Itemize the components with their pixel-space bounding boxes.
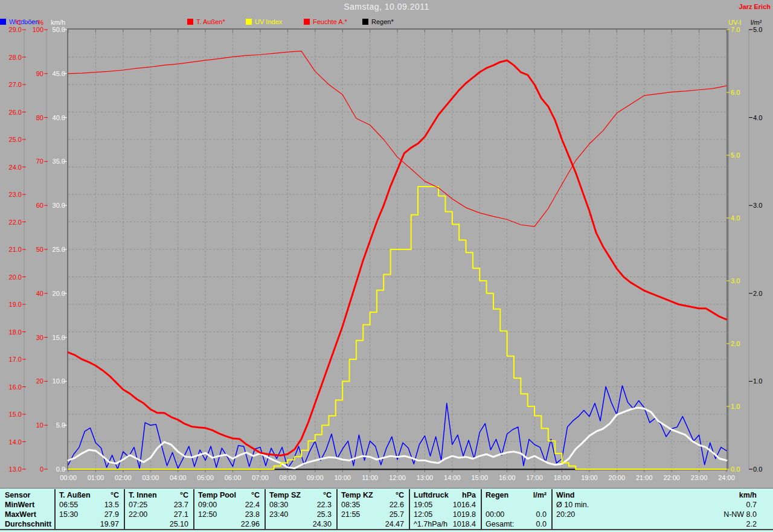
table-cell-value: 13.5 xyxy=(104,500,119,510)
table-cell-time: ^1.7hPa/h xyxy=(414,519,447,529)
y-tick-label: 17.0 xyxy=(9,356,22,363)
table-cell-value: 22.4 xyxy=(245,500,260,510)
table-cell-value: °C xyxy=(180,490,188,500)
axis-header-celsius: °C xyxy=(14,19,22,26)
y-tick-label: 5.0 xyxy=(731,152,740,159)
table-cell-value: 22.6 xyxy=(390,500,404,510)
table-cell-value: 25.3 xyxy=(317,510,332,519)
table-cell-value: 25.7 xyxy=(390,510,404,519)
table-row-label: Sensor xyxy=(5,490,52,500)
table-row-label-text: Sensor xyxy=(5,490,30,500)
table-cell-value: 1016.4 xyxy=(453,500,476,510)
table-cell-time: 20:20 xyxy=(556,510,575,519)
y-tick-label: 13.0 xyxy=(9,466,22,473)
x-tick-label: 12:00 xyxy=(389,474,406,481)
table-cell-value: 0.0 xyxy=(536,519,547,529)
y-tick-label: 0 xyxy=(40,466,43,473)
table-cell-value: hPa xyxy=(462,490,476,500)
table-cell-time: 06:55 xyxy=(59,500,78,510)
x-tick-label: 05:00 xyxy=(197,474,214,481)
table-cell: 12:5023.8 xyxy=(198,510,260,519)
y-tick-label: 3.0 xyxy=(731,277,740,284)
y-tick-label: 25.0 xyxy=(9,136,22,143)
table-cell: Temp Pool°C xyxy=(198,490,260,500)
table-row-label-text: MaxWert xyxy=(5,510,36,519)
y-tick-label: 20 xyxy=(36,377,43,385)
table-cell-value: 2.2 xyxy=(746,519,757,529)
y-tick-label: 60 xyxy=(36,202,43,209)
table-cell: T. Außen°C xyxy=(59,490,119,500)
table-cell-time: Temp Pool xyxy=(198,490,236,500)
y-tick-label: 20.0 xyxy=(9,274,22,281)
x-tick-label: 09:00 xyxy=(307,474,324,481)
y-tick-label: 4.0 xyxy=(753,114,762,121)
table-cell: 25.10 xyxy=(129,519,188,529)
table-cell: 19:051016.4 xyxy=(414,500,476,510)
table-cell: 2.2 xyxy=(556,519,757,529)
table-cell: ^1.7hPa/h1018.4 xyxy=(414,519,476,529)
y-tick-label: 24.0 xyxy=(9,164,22,171)
y-tick-label: 2.0 xyxy=(753,290,762,297)
table-cell-time: 12:50 xyxy=(198,510,217,519)
table-cell: Temp SZ°C xyxy=(269,490,332,500)
x-tick-label: 13:00 xyxy=(417,474,434,481)
table-cell-value: 27.1 xyxy=(174,510,188,519)
y-tick-label: 0.0 xyxy=(753,466,762,473)
table-cell-value: N-NW 8.0 xyxy=(723,510,757,519)
table-separator xyxy=(193,489,194,529)
axis-header-kmh: km/h xyxy=(51,19,65,26)
table-separator xyxy=(409,489,410,529)
table-cell: 20:20N-NW 8.0 xyxy=(556,510,757,519)
table-cell: Temp KZ°C xyxy=(341,490,404,500)
table-cell-value: 24.30 xyxy=(313,519,332,529)
y-tick-label: 19.0 xyxy=(9,301,22,308)
table-cell-time: Regen xyxy=(486,490,508,500)
y-tick-label: 7.0 xyxy=(731,26,740,33)
x-tick-label: 02:00 xyxy=(115,474,132,481)
x-tick-label: 21:00 xyxy=(636,474,653,481)
table-cell: 24.47 xyxy=(341,519,404,529)
table-cell-time: 08:30 xyxy=(269,500,288,510)
table-cell-value: km/h xyxy=(739,490,757,500)
x-tick-label: 15:00 xyxy=(471,474,488,481)
table-row-label: Durchschnitt xyxy=(5,519,52,529)
y-tick-label: 1.0 xyxy=(753,377,762,385)
y-tick-label: 18.0 xyxy=(9,328,22,336)
table-cell: 07:2523.7 xyxy=(129,500,188,510)
y-tick-label: 22.0 xyxy=(9,219,22,226)
table-cell: 24.30 xyxy=(269,519,332,529)
table-cell: Regenl/m² xyxy=(486,490,547,500)
y-tick-label: 2.0 xyxy=(731,340,740,347)
table-row-label: MinWert xyxy=(5,500,52,510)
table-cell: 22:0027.1 xyxy=(129,510,188,519)
axis-header-lm2: l/m² xyxy=(751,19,762,26)
table-cell xyxy=(486,500,547,510)
table-top-border xyxy=(0,488,773,489)
table-cell-time: Temp KZ xyxy=(341,490,373,500)
x-tick-label: 18:00 xyxy=(554,474,571,481)
x-tick-label: 03:00 xyxy=(142,474,159,481)
table-cell: Gesamt:0.0 xyxy=(486,519,547,529)
y-tick-label: 100 xyxy=(33,26,43,33)
table-cell-value: 23.8 xyxy=(245,510,260,519)
table-cell: 23:4025.3 xyxy=(269,510,332,519)
table-cell: 00:000.0 xyxy=(486,510,547,519)
table-separator xyxy=(551,489,553,529)
table-cell-time: 00:00 xyxy=(486,510,504,519)
y-tick-label: 80 xyxy=(36,114,43,121)
table-separator xyxy=(54,489,56,529)
table-cell-time: Ø 10 min. xyxy=(556,500,589,510)
table-cell-value: 25.10 xyxy=(170,519,188,529)
table-row-label-text: MinWert xyxy=(5,500,34,510)
table-cell-time: Temp SZ xyxy=(269,490,301,500)
table-cell: 15:3027.9 xyxy=(59,510,119,519)
table-cell-value: 27.9 xyxy=(104,510,119,519)
y-tick-label: 70 xyxy=(36,158,43,165)
table-cell-value: l/m² xyxy=(533,490,547,500)
y-tick-label: 4.0 xyxy=(731,214,740,222)
table-row-label: MaxWert xyxy=(5,510,52,519)
x-tick-label: 14:00 xyxy=(444,474,461,481)
table-separator xyxy=(265,489,266,529)
table-cell-time: 21:55 xyxy=(341,510,360,519)
table-cell-time: 23:40 xyxy=(269,510,288,519)
